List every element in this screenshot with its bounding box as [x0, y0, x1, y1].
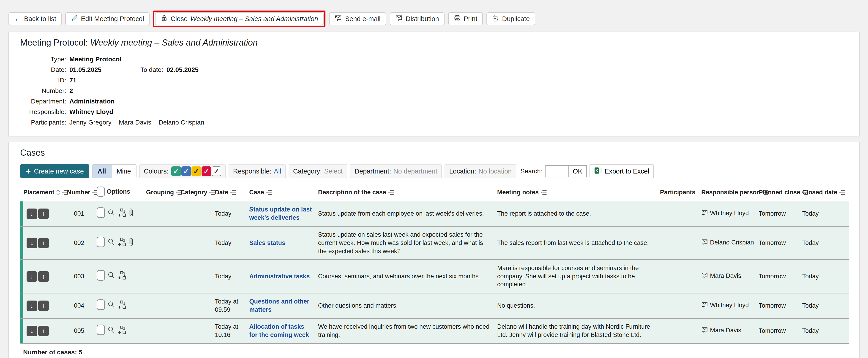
magnifier-icon[interactable]: [107, 300, 116, 309]
filter-all-toggle[interactable]: All: [93, 165, 112, 178]
move-up-button[interactable]: ↑: [38, 208, 49, 219]
move-down-button[interactable]: ↓: [27, 300, 37, 311]
responsible-cell: Mara Davis: [701, 318, 758, 344]
location-filter-value[interactable]: No location: [478, 168, 512, 175]
email-forward-icon[interactable]: [701, 301, 709, 308]
case-link[interactable]: Allocation of tasks for the coming week: [249, 323, 309, 338]
export-to-excel-button[interactable]: X Export to Excel: [590, 164, 654, 178]
column-header-category[interactable]: Category: [181, 183, 215, 201]
paperclip-icon[interactable]: [129, 208, 134, 217]
plus-icon: +: [26, 167, 31, 175]
move-up-button[interactable]: ↑: [38, 271, 49, 282]
case-link[interactable]: Sales status: [249, 239, 285, 246]
email-forward-icon[interactable]: [701, 272, 709, 279]
move-down-button[interactable]: ↓: [27, 271, 37, 282]
case-description: Other questions and matters.: [318, 293, 497, 318]
back-to-list-label: Back to list: [24, 15, 56, 23]
column-header-number[interactable]: Number: [67, 183, 97, 201]
search-ok-button[interactable]: OK: [568, 166, 586, 177]
filter-icon[interactable]: [230, 190, 237, 195]
case-description: We have received inquiries from two new …: [318, 318, 497, 344]
colour-filter-checkbox[interactable]: ✓: [212, 166, 221, 176]
column-header-placement[interactable]: Placement: [23, 183, 67, 201]
filter-icon[interactable]: [209, 190, 216, 195]
filter-icon[interactable]: [540, 190, 547, 195]
colour-filter-checkbox[interactable]: ✓: [191, 166, 201, 176]
case-link[interactable]: Administrative tasks: [249, 273, 310, 280]
search-input[interactable]: [546, 166, 568, 177]
duplicate-button[interactable]: Duplicate: [487, 12, 535, 25]
row-checkbox[interactable]: [97, 207, 105, 218]
case-link[interactable]: Questions and other matters: [249, 298, 309, 313]
column-header-closed-date[interactable]: Closed date: [802, 183, 849, 201]
insert-subitem-icon[interactable]: [118, 300, 126, 309]
column-header-planned-close[interactable]: Planned close: [758, 183, 802, 201]
select-all-checkbox[interactable]: [97, 187, 105, 197]
participant-name: Delano Crispian: [158, 117, 204, 128]
email-forward-icon[interactable]: [701, 238, 709, 246]
paperclip-icon[interactable]: [129, 237, 134, 247]
magnifier-icon[interactable]: [107, 326, 116, 334]
column-header-notes[interactable]: Meeting notes: [497, 183, 660, 201]
magnifier-icon[interactable]: [107, 238, 116, 246]
date-value: 01.05.2025: [69, 65, 106, 75]
create-new-case-button[interactable]: + Create new case: [20, 164, 89, 178]
insert-subitem-icon[interactable]: [118, 237, 126, 246]
move-down-button[interactable]: ↓: [27, 238, 37, 248]
column-header-responsible[interactable]: Responsible person: [701, 183, 758, 201]
colour-filter-checkbox[interactable]: ✓: [181, 166, 191, 176]
notes-header-label: Meeting notes: [497, 189, 539, 196]
location-filter[interactable]: Location: No location: [444, 164, 516, 178]
cases-card: Cases + Create new case All Mine Colours…: [8, 142, 860, 358]
column-header-description[interactable]: Description of the case: [318, 183, 497, 201]
email-forward-icon[interactable]: [701, 209, 709, 216]
department-filter-value[interactable]: No department: [394, 168, 437, 175]
to-date-label: To date:: [141, 65, 166, 75]
colour-filter-checkbox[interactable]: ✓: [171, 166, 181, 176]
department-filter[interactable]: Department: No department: [350, 164, 442, 178]
edit-meeting-protocol-button[interactable]: Edit Meeting Protocol: [65, 12, 150, 25]
category-filter[interactable]: Category: Select: [288, 164, 347, 178]
email-forward-icon: [335, 14, 342, 23]
move-up-button[interactable]: ↑: [38, 300, 49, 311]
sort-icon[interactable]: [56, 189, 60, 196]
magnifier-icon[interactable]: [107, 271, 116, 280]
email-forward-icon[interactable]: [701, 326, 709, 333]
cases-table: Placement Number Options: [20, 183, 849, 344]
column-header-case[interactable]: Case: [249, 183, 318, 201]
send-email-button[interactable]: Send e-mail: [329, 12, 386, 25]
filter-mine-toggle[interactable]: Mine: [112, 165, 136, 178]
column-header-grouping[interactable]: Grouping: [146, 183, 181, 201]
filter-icon[interactable]: [388, 190, 394, 195]
row-checkbox[interactable]: [97, 299, 105, 310]
cases-count-label: Number of cases:: [23, 349, 77, 356]
svg-text:X: X: [595, 168, 598, 173]
row-checkbox[interactable]: [97, 325, 105, 335]
planned-close-date: Tomorrow: [758, 226, 802, 260]
row-checkbox[interactable]: [97, 270, 105, 281]
column-header-date[interactable]: Date: [215, 183, 249, 201]
filter-icon[interactable]: [266, 190, 272, 195]
row-checkbox[interactable]: [97, 237, 105, 247]
move-up-button[interactable]: ↑: [38, 326, 49, 336]
insert-subitem-icon[interactable]: [118, 208, 126, 217]
move-up-button[interactable]: ↑: [38, 238, 49, 248]
category-filter-value[interactable]: Select: [324, 168, 343, 175]
responsible-filter-value[interactable]: All: [274, 168, 281, 175]
move-down-button[interactable]: ↓: [27, 208, 37, 219]
colour-filter-checkbox[interactable]: ✓: [202, 166, 211, 176]
row-colour-stripe: [20, 201, 23, 226]
print-button[interactable]: Print: [448, 12, 483, 25]
move-down-button[interactable]: ↓: [27, 326, 37, 336]
search-combo: OK: [545, 165, 587, 177]
close-protocol-button[interactable]: Close Weekly meeting – Sales and Adminis…: [155, 12, 323, 25]
filter-icon[interactable]: [839, 190, 845, 195]
magnifier-icon[interactable]: [107, 208, 116, 217]
responsible-filter[interactable]: Responsible: All: [228, 164, 286, 178]
back-to-list-button[interactable]: ← Back to list: [8, 12, 62, 25]
distribution-button[interactable]: Distribution: [390, 12, 444, 25]
insert-subitem-icon[interactable]: [118, 271, 126, 280]
case-link[interactable]: Status update on last week's deliveries: [249, 206, 312, 221]
insert-subitem-icon[interactable]: [118, 325, 126, 334]
export-to-excel-label: Export to Excel: [604, 168, 649, 175]
